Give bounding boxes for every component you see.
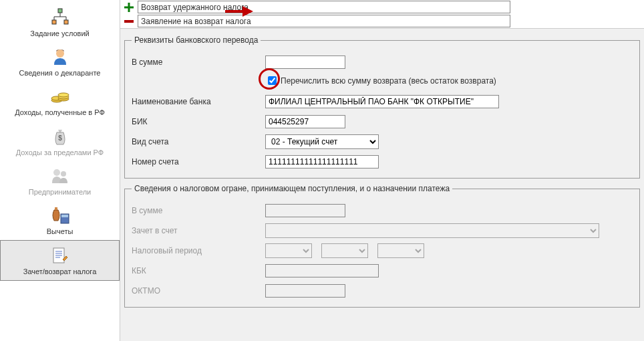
list-row-2[interactable]: Заявление на возврат налога	[138, 15, 510, 27]
period-select-1	[265, 243, 312, 258]
svg-text:$: $	[58, 134, 62, 142]
bank-name-input[interactable]	[265, 95, 499, 108]
group-legend: Реквизиты банковского перевода	[132, 35, 261, 45]
minus-icon	[124, 16, 134, 27]
coins-icon	[49, 86, 71, 107]
transfer-all-label: Перечислить всю сумму возврата (весь ост…	[281, 76, 496, 86]
credit-select	[265, 223, 599, 238]
bik-input[interactable]	[265, 115, 345, 128]
vase-calc-icon	[49, 205, 71, 226]
period-select-2	[321, 243, 368, 258]
amount-input[interactable]	[265, 55, 345, 69]
nav-label: Сведения о декларанте	[19, 69, 101, 78]
account-type-label: Вид счета	[132, 137, 265, 146]
nav-label: Предприниматели	[29, 188, 91, 197]
nav-conditions[interactable]: Задание условий	[0, 3, 120, 42]
svg-point-15	[61, 171, 66, 177]
nav-credit-refund[interactable]: Зачет/возврат налога	[0, 240, 120, 281]
document-pencil-icon	[49, 245, 71, 266]
svg-rect-5	[52, 20, 56, 24]
oktmo-input	[265, 284, 345, 298]
amount2-input	[265, 204, 345, 217]
svg-point-12	[58, 93, 69, 97]
transfer-all-checkbox[interactable]	[268, 76, 277, 85]
nav-label: Доходы, полученные в РФ	[15, 108, 105, 117]
top-list: Возврат удержанного налога Заявление на …	[120, 0, 644, 29]
flowchart-icon	[49, 7, 71, 28]
tax-authority-group: Сведения о налоговом огране, принимающем…	[124, 184, 640, 308]
bank-name-label: Наименование банка	[132, 97, 265, 106]
nav-declarant[interactable]: Сведения о декларанте	[0, 42, 120, 82]
group-legend: Сведения о налоговом огране, принимающем…	[132, 184, 452, 193]
nav-label: Доходы за пределами РФ	[16, 148, 104, 157]
list-row-1[interactable]: Возврат удержанного налога	[138, 1, 510, 13]
credit-label: Зачет в счет	[132, 226, 265, 235]
nav-income-rf[interactable]: Доходы, полученные в РФ	[0, 82, 120, 121]
account-type-select[interactable]: 02 - Текущий счет	[265, 134, 379, 149]
money-bag-icon: $	[49, 126, 71, 147]
kbk-label: КБК	[132, 266, 265, 275]
svg-rect-0	[58, 9, 62, 13]
nav-income-foreign[interactable]: $ Доходы за пределами РФ	[0, 122, 120, 161]
svg-point-7	[56, 49, 64, 58]
period-select-3	[377, 243, 424, 258]
svg-rect-16	[55, 207, 57, 210]
nav-deductions[interactable]: Вычеты	[0, 201, 120, 240]
account-num-input[interactable]	[265, 155, 379, 168]
people-icon	[49, 165, 71, 187]
oktmo-label: ОКТМО	[132, 286, 265, 296]
svg-point-14	[53, 169, 60, 176]
period-label: Налоговый период	[132, 246, 265, 255]
plus-icon	[124, 2, 134, 13]
main-panel: Возврат удержанного налога Заявление на …	[120, 0, 644, 341]
account-num-label: Номер счета	[132, 157, 265, 166]
nav-label: Задание условий	[30, 29, 89, 38]
kbk-input	[265, 264, 379, 277]
remove-row-button[interactable]	[120, 16, 138, 27]
amount-label: В сумме	[132, 58, 265, 67]
amount2-label: В сумме	[132, 206, 265, 215]
bik-label: БИК	[132, 117, 265, 126]
svg-rect-18	[61, 215, 68, 217]
svg-rect-6	[64, 20, 68, 24]
person-icon	[49, 46, 71, 68]
add-row-button[interactable]	[120, 2, 138, 13]
nav-label: Зачет/возврат налога	[23, 267, 97, 276]
nav-entrepreneurs[interactable]: Предприниматели	[0, 161, 120, 201]
bank-transfer-group: Реквизиты банковского перевода В сумме П…	[124, 35, 640, 179]
nav-label: Вычеты	[47, 227, 73, 236]
sidebar: Задание условий Сведения о декларанте	[0, 0, 120, 341]
